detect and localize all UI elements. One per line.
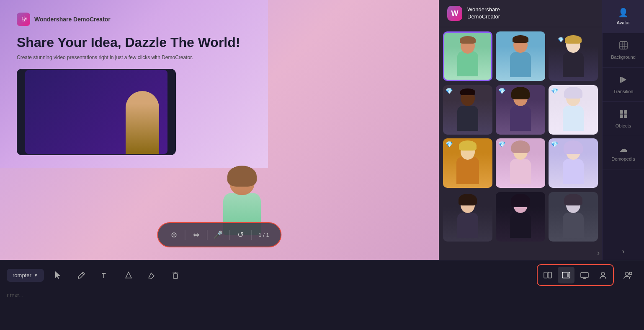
ctrl-divider-3 xyxy=(229,230,229,240)
view-controls xyxy=(537,264,614,286)
slide-title: Share Your Idea, Dazzle The World! xyxy=(17,34,240,50)
ctrl-divider-1 xyxy=(185,230,185,240)
ctrl-divider-4 xyxy=(251,230,252,240)
avatar-visual-1 xyxy=(444,33,491,80)
canvas-area: 𝒟 Wondershare DemoCreator Share Your Ide… xyxy=(0,0,439,260)
wondershare-header: W Wondershare DemoCreator xyxy=(439,0,602,27)
expand-ctrl-button[interactable]: ⊕ xyxy=(166,227,181,242)
mockup-person-figure xyxy=(126,91,159,154)
avatar-card-8[interactable]: 💎 xyxy=(496,138,545,188)
swap-ctrl-button[interactable]: ↺ xyxy=(233,227,248,242)
notes-placeholder-text: r text... xyxy=(7,292,23,299)
avatar-card-10[interactable] xyxy=(443,192,492,242)
sidebar-expand-arrow[interactable]: › xyxy=(622,247,625,256)
page-indicator: 1 / 1 xyxy=(255,232,272,238)
svg-rect-0 xyxy=(620,42,627,49)
participants-button[interactable] xyxy=(619,266,637,284)
toolbar-row: rompter ▼ T xyxy=(0,260,644,290)
svg-rect-7 xyxy=(620,110,623,114)
svg-rect-20 xyxy=(581,273,588,278)
slide-logo-text: Wondershare DemoCreator xyxy=(34,16,111,23)
text-tool-button[interactable]: T xyxy=(96,266,114,284)
svg-point-25 xyxy=(629,272,632,275)
svg-rect-17 xyxy=(548,272,551,278)
avatar-visual-3: 💎 xyxy=(549,31,598,81)
notes-row: r text... xyxy=(0,290,644,330)
right-sidebar: 👤 Avatar Background xyxy=(602,0,644,260)
slide-content: 𝒟 Wondershare DemoCreator Share Your Ide… xyxy=(0,0,268,168)
demopedia-icon: ☁ xyxy=(619,144,628,154)
avatar-visual-2 xyxy=(496,31,545,81)
screen-only-view-button[interactable] xyxy=(576,267,593,283)
svg-rect-16 xyxy=(544,272,547,278)
democreator-logo-icon: 𝒟 xyxy=(17,13,30,26)
background-icon xyxy=(619,41,628,52)
avatar-view-button[interactable] xyxy=(558,267,574,283)
sidebar-tab-avatar[interactable]: 👤 Avatar xyxy=(603,0,644,33)
slide-mockup xyxy=(17,69,176,155)
panel-next-arrow[interactable]: › xyxy=(597,249,600,257)
avatar-label: Avatar xyxy=(617,20,630,25)
svg-rect-8 xyxy=(624,110,627,114)
svg-rect-6 xyxy=(620,77,621,83)
avatar-grid: 💎 💎 xyxy=(439,27,602,246)
svg-rect-13 xyxy=(173,274,178,278)
sidebar-tab-background[interactable]: Background xyxy=(603,33,644,68)
svg-text:T: T xyxy=(102,272,106,279)
avatar-visual-10 xyxy=(443,192,492,242)
svg-rect-10 xyxy=(624,114,627,118)
svg-rect-19 xyxy=(567,273,569,277)
avatar-card-6[interactable]: 💎 xyxy=(549,85,598,135)
prompter-button[interactable]: rompter ▼ xyxy=(7,269,44,282)
prompter-chevron-icon: ▼ xyxy=(34,273,38,278)
avatar-visual-12 xyxy=(549,192,598,242)
people-view-button[interactable] xyxy=(595,267,611,283)
ctrl-divider-2 xyxy=(207,230,207,240)
svg-marker-5 xyxy=(621,77,626,83)
mic-ctrl-button[interactable]: 🎤 xyxy=(211,227,226,242)
split-screen-view-button[interactable] xyxy=(539,267,556,283)
avatar-hair xyxy=(227,166,257,187)
delete-tool-button[interactable] xyxy=(166,266,185,284)
slide-logo: 𝒟 Wondershare DemoCreator xyxy=(17,13,111,26)
background-label: Background xyxy=(611,55,636,60)
canvas-controls-bar: ⊕ ⇔ 🎤 ↺ 1 / 1 xyxy=(157,222,281,247)
objects-label: Objects xyxy=(616,123,631,128)
sidebar-tab-demopedia[interactable]: ☁ Demopedia xyxy=(603,136,644,169)
pen-tool-button[interactable] xyxy=(72,266,91,284)
avatar-card-2[interactable] xyxy=(496,31,545,81)
avatar-card-5[interactable]: 💎 xyxy=(496,85,545,135)
avatar-icon: 👤 xyxy=(618,8,629,18)
svg-point-23 xyxy=(601,272,605,275)
transition-icon xyxy=(619,75,628,86)
select-tool-button[interactable] xyxy=(49,266,67,284)
wondershare-logo: W xyxy=(447,6,462,21)
mirror-ctrl-button[interactable]: ⇔ xyxy=(188,227,204,242)
svg-rect-9 xyxy=(620,114,623,118)
transition-label: Transition xyxy=(613,89,634,94)
shape-tool-button[interactable] xyxy=(119,266,138,284)
objects-icon xyxy=(619,109,628,121)
avatar-card-11[interactable] xyxy=(496,192,545,242)
svg-point-24 xyxy=(625,272,629,275)
avatar-visual-11 xyxy=(496,192,545,242)
eraser-tool-button[interactable] xyxy=(143,266,161,284)
avatar-card-9[interactable]: 💎 xyxy=(549,138,598,188)
wondershare-name: Wondershare DemoCreator xyxy=(467,6,500,21)
demopedia-label: Demopedia xyxy=(611,156,635,161)
avatar-card-7[interactable]: 💎 xyxy=(443,138,492,188)
avatar-card-1[interactable] xyxy=(443,31,492,81)
avatar-card-3[interactable]: 💎 xyxy=(549,31,598,81)
prompter-label: rompter xyxy=(13,272,31,278)
svg-line-11 xyxy=(82,273,84,275)
bottom-bar: rompter ▼ T xyxy=(0,260,644,330)
panel-nav: › xyxy=(439,246,602,260)
avatar-card-4[interactable]: 💎 xyxy=(443,85,492,135)
mockup-screen xyxy=(25,70,167,154)
slide-subtitle: Create stunning video presentations righ… xyxy=(17,55,193,60)
avatar-card-12[interactable] xyxy=(549,192,598,242)
sidebar-tab-transition[interactable]: Transition xyxy=(603,68,644,102)
sidebar-tab-objects[interactable]: Objects xyxy=(603,102,644,136)
avatar-panel: W Wondershare DemoCreator xyxy=(439,0,602,260)
